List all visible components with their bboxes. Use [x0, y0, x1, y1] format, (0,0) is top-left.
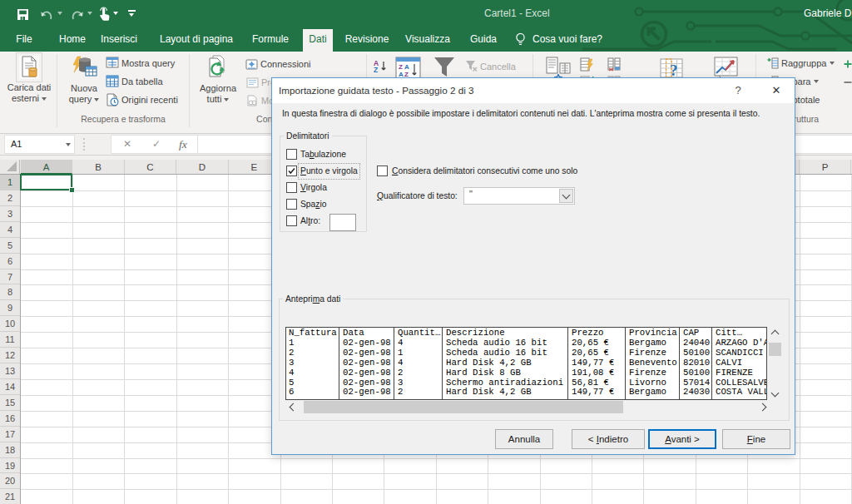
undo-icon[interactable] — [40, 7, 54, 22]
row-header-17[interactable]: 17 — [0, 427, 20, 442]
row-header-14[interactable]: 14 — [0, 379, 20, 395]
tab-home[interactable]: Home — [59, 27, 86, 52]
avanti-button[interactable]: Avanti > — [648, 429, 716, 449]
indietro-button[interactable]: < Indietro — [572, 429, 645, 449]
select-all-button[interactable] — [0, 160, 20, 174]
text-qualifier-dropdown-button[interactable] — [559, 189, 573, 203]
data-preview-table[interactable]: N_fattura 1 2 3 4 5 6Data 02-gen-98 02-g… — [285, 327, 767, 400]
row-header-6[interactable]: 6 — [0, 254, 20, 269]
cancel-formula-icon[interactable]: ✕ — [123, 135, 131, 154]
consecutive-delimiters-label[interactable]: Considera delimitatori consecutivi come … — [392, 166, 577, 177]
delimiter-checkbox-altro-[interactable] — [286, 215, 297, 226]
delimiter-label-altro-[interactable]: Altro: — [300, 215, 320, 227]
dialog-close-button[interactable]: ✕ — [768, 78, 785, 103]
preview-column-cap[interactable]: CAP 24040 50100 82010 50100 57014 24030 — [681, 328, 712, 399]
column-header-D[interactable]: D — [176, 160, 228, 174]
aggiorna-tutti-button[interactable]: Aggiornatutti — [194, 53, 242, 111]
row-header-12[interactable]: 12 — [0, 348, 20, 363]
delimiter-checkbox-spazio[interactable] — [286, 199, 297, 210]
touch-mode-icon[interactable] — [97, 7, 111, 21]
row-header-16[interactable]: 16 — [0, 411, 20, 427]
altro-delimiter-input[interactable] — [329, 214, 356, 231]
preview-column-nfattura[interactable]: N_fattura 1 2 3 4 5 6 — [286, 328, 339, 399]
preview-column-provincia[interactable]: Provincia Bergamo Firenze Benevento Fire… — [627, 328, 680, 399]
delimiter-label-punto-e-virgola[interactable]: Punto e virgola — [300, 166, 358, 177]
redo-dropdown-caret[interactable] — [87, 12, 92, 15]
text-qualifier-combobox[interactable]: " — [463, 187, 575, 205]
customize-qat-icon[interactable] — [128, 10, 136, 12]
raggruppa-button[interactable]: Raggruppa — [766, 57, 835, 76]
row-header-5[interactable]: 5 — [0, 238, 20, 254]
row-header-21[interactable]: 21 — [0, 489, 20, 504]
origini-recenti-button[interactable]: Origini recenti — [106, 93, 178, 111]
vscroll-thumb[interactable] — [769, 343, 781, 356]
nuova-query-button[interactable]: Nuovaquery — [62, 53, 106, 111]
row-header-13[interactable]: 13 — [0, 363, 20, 379]
row-header-1[interactable]: 1 — [0, 175, 20, 190]
mostra-query-button[interactable]: Mostra query — [106, 57, 175, 75]
tell-me-search[interactable]: Cosa vuoi fare? — [532, 27, 602, 52]
save-icon[interactable] — [17, 7, 28, 22]
row-header-11[interactable]: 11 — [0, 332, 20, 348]
preview-column-quantit[interactable]: Quantit… 4 1 4 2 3 2 — [395, 328, 443, 399]
ordina-az-button[interactable]: AZ — [374, 59, 390, 77]
anteprima-suggerimenti-button[interactable] — [580, 57, 597, 76]
fill-handle[interactable] — [69, 187, 75, 193]
tab-revisione[interactable]: Revisione — [345, 27, 389, 52]
tab-file[interactable]: File — [16, 27, 32, 52]
scroll-down-icon[interactable] — [771, 389, 780, 398]
insert-function-icon[interactable]: fx — [179, 135, 187, 154]
row-header-2[interactable]: 2 — [0, 190, 20, 206]
column-header-B[interactable]: B — [72, 160, 124, 174]
tab-inserisci[interactable]: Inserisci — [101, 27, 137, 52]
preview-hscrollbar[interactable] — [285, 401, 781, 413]
preview-vscrollbar[interactable] — [769, 327, 781, 400]
annulla-button[interactable]: Annulla — [495, 429, 553, 449]
row-header-4[interactable]: 4 — [0, 222, 20, 238]
nascondi-dettaglio-button[interactable] — [844, 77, 852, 95]
selected-cell-a1[interactable] — [20, 174, 72, 190]
preview-column-descrizione[interactable]: Descrizione Scheda audio 16 bit Scheda a… — [443, 328, 568, 399]
connessioni-button[interactable]: Connessioni — [245, 58, 311, 77]
tab-formule[interactable]: Formule — [252, 27, 289, 52]
column-header-P[interactable]: P — [800, 160, 851, 174]
row-header-20[interactable]: 20 — [0, 473, 20, 489]
row-header-8[interactable]: 8 — [0, 284, 20, 300]
hscroll-thumb[interactable] — [304, 401, 623, 413]
column-header-C[interactable]: C — [125, 160, 176, 174]
tab-visualizza[interactable]: Visualizza — [405, 27, 450, 52]
scroll-left-icon[interactable] — [290, 403, 298, 412]
carica-dati-esterni-button[interactable]: Carica datiesterni — [5, 53, 53, 111]
tell-me-bulb-icon[interactable] — [515, 32, 526, 47]
delimiter-label-virgola[interactable]: Virgola — [300, 182, 327, 194]
row-header-9[interactable]: 9 — [0, 300, 20, 316]
consecutive-delimiters-checkbox[interactable] — [377, 166, 388, 176]
dialog-title-bar[interactable]: Importazione guidata testo - Passaggio 2… — [272, 78, 795, 103]
delimiter-checkbox-virgola[interactable] — [286, 182, 297, 193]
row-header-15[interactable]: 15 — [0, 395, 20, 411]
cancella-button[interactable]: Cancella — [465, 60, 516, 78]
fine-button[interactable]: Fine — [722, 429, 790, 449]
delimiter-label-spazio[interactable]: Spazio — [300, 199, 327, 210]
name-box-caret[interactable] — [66, 143, 71, 146]
da-tabella-button[interactable]: Da tabella — [106, 75, 163, 93]
column-header-A[interactable]: A — [21, 160, 72, 174]
row-header-3[interactable]: 3 — [0, 206, 20, 222]
scroll-right-icon[interactable] — [759, 403, 767, 412]
delimiter-label-tabulazione[interactable]: Tabulazione — [300, 149, 346, 161]
preview-column-prezzo[interactable]: Prezzo 20,65 € 20,65 € 149,77 € 191,08 €… — [569, 328, 626, 399]
undo-dropdown-caret[interactable] — [57, 12, 62, 15]
tab-layout-di-pagina[interactable]: Layout di pagina — [160, 27, 233, 52]
row-header-18[interactable]: 18 — [0, 442, 20, 458]
delimiter-checkbox-tabulazione[interactable] — [286, 149, 297, 160]
tab-guida[interactable]: Guida — [470, 27, 497, 52]
rimuovi-duplicati-button[interactable] — [607, 57, 624, 76]
tab-dati[interactable]: Dati — [309, 27, 326, 52]
name-box[interactable]: A1 — [4, 135, 75, 154]
enter-formula-icon[interactable]: ✓ — [152, 135, 161, 154]
row-header-10[interactable]: 10 — [0, 316, 20, 332]
customize-qat-caret[interactable] — [129, 13, 134, 17]
preview-column-citt[interactable]: Citt… ARZAGO D'A SCANDICCI CALVI FIRENZE… — [713, 328, 767, 399]
preview-column-data[interactable]: Data 02-gen-98 02-gen-98 02-gen-98 02-ge… — [340, 328, 394, 399]
redo-icon[interactable] — [70, 7, 84, 22]
